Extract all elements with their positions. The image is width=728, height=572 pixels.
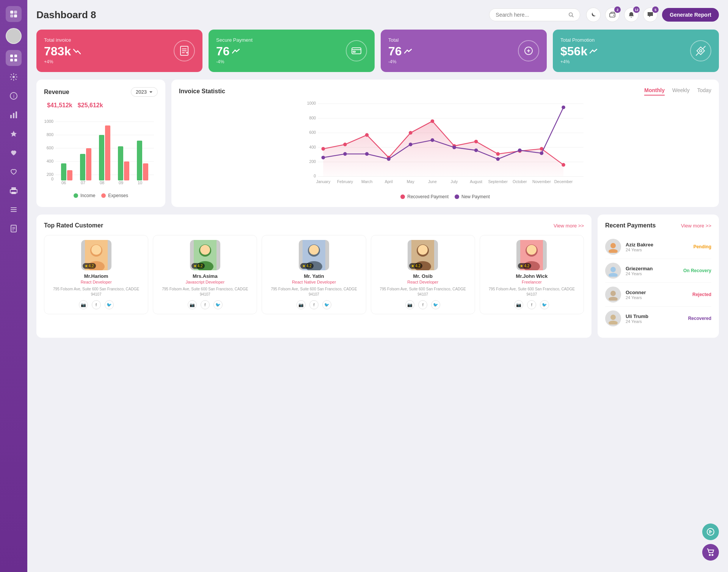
sidebar-item-settings[interactable] — [6, 69, 22, 85]
payment-change: -4% — [216, 59, 253, 64]
payments-view-more[interactable]: View more >> — [681, 223, 711, 229]
generate-report-button[interactable]: Generate Report — [662, 8, 719, 22]
svg-line-28 — [572, 16, 574, 17]
svg-text:September: September — [488, 179, 508, 184]
sidebar-item-heart[interactable] — [6, 145, 22, 161]
twitter-hariom[interactable]: 🐦 — [105, 300, 114, 309]
payment-item-aziz: Aziz Bakree 24 Years Pending — [605, 235, 711, 259]
svg-rect-9 — [14, 59, 17, 61]
search-icon — [568, 12, 574, 18]
tab-monthly[interactable]: Monthly — [644, 87, 665, 96]
legend-recovered: Recovered Payment — [400, 194, 449, 199]
svg-point-10 — [13, 76, 15, 78]
sidebar-item-analytics[interactable] — [6, 107, 22, 123]
chat-float-btn[interactable] — [702, 523, 719, 540]
payments-card: Recent Payments View more >> Aziz Bakree… — [598, 215, 719, 338]
svg-text:800: 800 — [47, 132, 53, 137]
header: Dashboard 8 2 — [36, 8, 719, 22]
sidebar-item-menu[interactable] — [6, 202, 22, 218]
name-asima: Mrs.Asima — [156, 273, 254, 279]
svg-text:09: 09 — [119, 180, 123, 185]
svg-point-134 — [527, 245, 537, 255]
instagram-asima[interactable]: 📷 — [188, 300, 197, 309]
bell-badge: 12 — [633, 6, 640, 13]
payment-avatar-oconner — [605, 287, 621, 302]
twitter-asima[interactable]: 🐦 — [213, 300, 223, 309]
customer-johnwick: ★4.2 Mr.John Wick Freelancer 795 Folsom … — [480, 235, 584, 314]
legend-income: Income — [74, 193, 95, 198]
sidebar-item-info[interactable]: i — [6, 88, 22, 104]
bell-btn[interactable]: 12 — [624, 8, 639, 22]
sidebar-item-liked[interactable] — [6, 164, 22, 180]
svg-point-101 — [540, 151, 544, 155]
svg-text:200: 200 — [309, 159, 316, 164]
wallet-btn[interactable]: 2 — [605, 8, 620, 22]
svg-rect-19 — [11, 192, 16, 194]
customers-view-more[interactable]: View more >> — [554, 223, 584, 229]
svg-text:1000: 1000 — [307, 101, 316, 105]
svg-rect-57 — [118, 146, 123, 180]
tab-today[interactable]: Today — [697, 87, 711, 96]
svg-point-99 — [496, 157, 500, 161]
search-input[interactable] — [496, 12, 565, 18]
invoice-statistic-card: Invoice Statistic Monthly Weekly Today — [171, 80, 719, 207]
twitter-osib[interactable]: 🐦 — [431, 300, 440, 309]
customers-card: Top Rated Customer View more >> ★4.2 Mr.… — [36, 215, 592, 338]
svg-text:600: 600 — [47, 146, 53, 150]
svg-rect-8 — [10, 59, 13, 61]
svg-rect-21 — [11, 209, 17, 210]
twitter-yatin[interactable]: 🐦 — [322, 300, 331, 309]
instagram-osib[interactable]: 📷 — [405, 300, 414, 309]
svg-point-137 — [610, 267, 616, 272]
svg-point-4 — [12, 33, 16, 37]
svg-rect-22 — [11, 211, 17, 212]
stat-card-promotion: Total Promotion $56k +4% — [553, 30, 719, 72]
svg-text:08: 08 — [100, 180, 104, 185]
svg-point-102 — [562, 105, 565, 109]
instagram-johnwick[interactable]: 📷 — [514, 300, 523, 309]
sidebar-item-dashboard[interactable] — [6, 50, 22, 66]
facebook-yatin[interactable]: f — [309, 300, 318, 309]
promotion-label: Total Promotion — [560, 37, 597, 43]
facebook-asima[interactable]: f — [201, 300, 210, 309]
user-avatar[interactable] — [6, 28, 22, 44]
payment-age-oconner: 24 Years — [626, 295, 688, 300]
instagram-hariom[interactable]: 📷 — [79, 300, 88, 309]
facebook-osib[interactable]: f — [418, 300, 427, 309]
income-dot — [74, 193, 78, 198]
payment-icon — [346, 40, 367, 61]
sidebar-item-documents[interactable] — [6, 221, 22, 237]
invoice-icon — [174, 40, 195, 61]
svg-point-96 — [431, 138, 435, 142]
role-yatin: React Native Developer — [265, 280, 362, 284]
svg-point-39 — [700, 50, 702, 52]
svg-text:April: April — [385, 179, 393, 184]
rating-yatin: ★4.2 — [300, 263, 314, 269]
svg-point-136 — [609, 249, 618, 253]
svg-point-27 — [569, 13, 573, 16]
payment-avatar-aziz — [605, 239, 621, 255]
svg-rect-56 — [105, 125, 110, 180]
svg-point-95 — [409, 143, 413, 146]
facebook-hariom[interactable]: f — [92, 300, 101, 309]
recovered-label: Recovered Payment — [407, 194, 449, 199]
expenses-dot — [101, 193, 106, 198]
revenue-secondary: $25,612k — [78, 102, 103, 108]
stat-card-invoice: Total invoice 783k +4% — [36, 30, 202, 72]
theme-toggle-btn[interactable] — [586, 8, 601, 22]
instagram-yatin[interactable]: 📷 — [297, 300, 306, 309]
payment-age-griezerman: 24 Years — [626, 271, 679, 276]
sidebar-item-favorites[interactable] — [6, 126, 22, 142]
sidebar-logo[interactable] — [6, 6, 22, 22]
payment-item-griezerman: Griezerman 24 Years On Recovery — [605, 259, 711, 283]
year-select[interactable]: 2023 — [131, 87, 158, 97]
sidebar-item-print[interactable] — [6, 183, 22, 199]
facebook-johnwick[interactable]: f — [527, 300, 536, 309]
twitter-johnwick[interactable]: 🐦 — [540, 300, 549, 309]
svg-point-142 — [609, 321, 618, 324]
svg-rect-35 — [352, 48, 361, 54]
tab-weekly[interactable]: Weekly — [672, 87, 690, 96]
cart-float-btn[interactable] — [702, 544, 719, 561]
sidebar: i — [0, 0, 27, 572]
chat-btn[interactable]: 5 — [643, 8, 657, 22]
